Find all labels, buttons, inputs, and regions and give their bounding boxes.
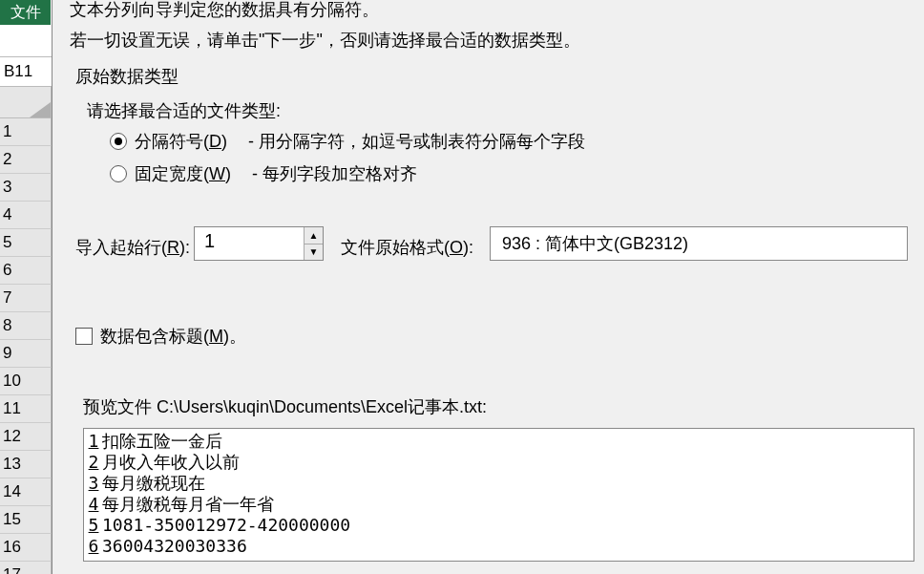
preview-box: 1扣除五险一金后2月收入年收入以前3每月缴税现在4每月缴税每月省一年省51081… [83,428,914,562]
preview-row-number: 3 [86,473,101,494]
radio-fixed-width[interactable] [110,165,127,182]
preview-row: 4每月缴税每月省一年省 [86,494,914,515]
row-header[interactable]: 14 [0,478,52,506]
row-header[interactable]: 7 [0,285,52,312]
start-row-spinner[interactable]: 1 ▲ ▼ [194,226,324,261]
preview-row-number: 5 [86,515,101,536]
preview-row: 1扣除五险一金后 [86,431,914,452]
spinner-buttons: ▲ ▼ [304,227,323,260]
radio-delimited-label: 分隔符号(D) [135,130,227,153]
row-header-column: 1234567891011121314151617 [0,87,52,574]
wizard-instruction: 若一切设置无误，请单击"下一步"，否则请选择最合适的数据类型。 [70,29,580,52]
tab-file[interactable]: 文件 [0,0,51,25]
preview-row: 636004320030336 [86,536,914,557]
row-header[interactable]: 6 [0,257,52,285]
name-box[interactable]: B11 [0,56,52,87]
row-header[interactable]: 3 [0,174,52,202]
radio-delimited[interactable] [110,133,127,150]
row-header[interactable]: 12 [0,423,52,451]
row-header[interactable]: 1 [0,118,52,146]
preview-row: 3每月缴税现在 [86,473,914,494]
spinner-down[interactable]: ▼ [304,244,323,261]
file-origin-label: 文件原始格式(O): [341,236,473,259]
radio-fixed-width-label: 固定宽度(W) [135,162,231,185]
row-header[interactable]: 9 [0,340,52,368]
spinner-up[interactable]: ▲ [304,227,323,244]
file-type-prompt: 请选择最合适的文件类型: [87,99,281,122]
radio-fixed-width-desc: - 每列字段加空格对齐 [252,162,417,185]
preview-row-text: 每月缴税现在 [101,473,205,494]
wizard-detected-text: 文本分列向导判定您的数据具有分隔符。 [70,0,379,21]
start-row-value[interactable]: 1 [195,227,304,260]
row-header[interactable]: 10 [0,368,52,395]
preview-row-number: 1 [86,431,101,452]
radio-delimited-row[interactable]: 分隔符号(D) - 用分隔字符，如逗号或制表符分隔每个字段 [110,130,585,153]
preview-row-text: 月收入年收入以前 [101,452,240,473]
preview-row-number: 4 [86,494,101,515]
preview-row-text: 1081-350012972-420000000 [101,515,350,536]
row-header[interactable]: 13 [0,451,52,478]
preview-row-text: 扣除五险一金后 [101,431,222,452]
radio-fixed-width-row[interactable]: 固定宽度(W) - 每列字段加空格对齐 [110,162,417,185]
preview-row-number: 2 [86,452,101,473]
row-header[interactable]: 8 [0,312,52,340]
row-header[interactable]: 16 [0,534,52,562]
file-origin-select[interactable]: 936 : 简体中文(GB2312) [490,226,908,261]
row-header[interactable]: 11 [0,395,52,423]
start-row-label: 导入起始行(R): [75,236,190,259]
preview-row: 2月收入年收入以前 [86,452,914,473]
text-import-wizard-dialog: 文本分列向导判定您的数据具有分隔符。 若一切设置无误，请单击"下一步"，否则请选… [52,0,924,574]
preview-row: 51081-350012972-420000000 [86,515,914,536]
select-all-triangle[interactable] [0,87,52,118]
row-header[interactable]: 4 [0,202,52,229]
preview-row-text: 每月缴税每月省一年省 [101,494,274,515]
preview-row-number: 6 [86,536,101,557]
has-headers-label: 数据包含标题(M)。 [100,325,246,348]
has-headers-checkbox[interactable] [75,328,93,345]
row-header[interactable]: 2 [0,146,52,174]
row-header[interactable]: 15 [0,506,52,534]
row-header[interactable]: 17 [0,562,52,574]
row-header[interactable]: 5 [0,229,52,257]
radio-delimited-desc: - 用分隔字符，如逗号或制表符分隔每个字段 [248,130,585,153]
preview-file-label: 预览文件 C:\Users\kuqin\Documents\Excel记事本.t… [83,395,487,418]
original-data-type-group: 原始数据类型 [75,65,178,88]
has-headers-row[interactable]: 数据包含标题(M)。 [75,325,246,348]
preview-row-text: 36004320030336 [101,536,247,557]
